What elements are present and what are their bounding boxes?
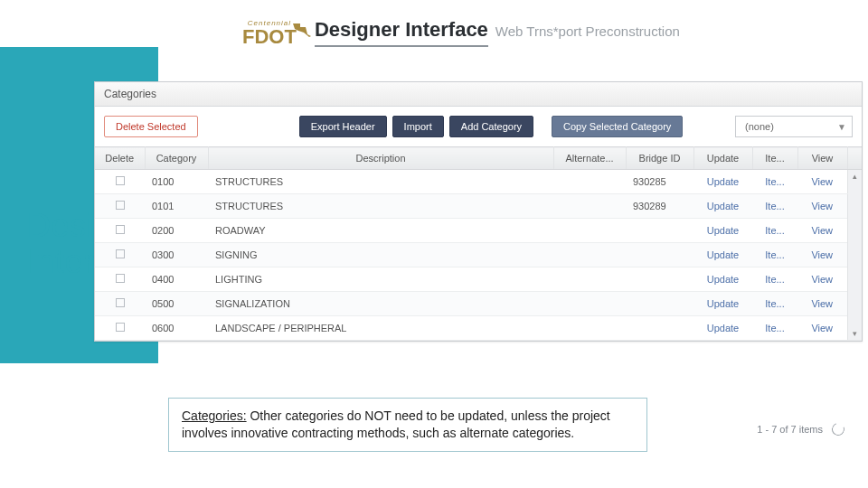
row-bridge-id: 930285	[626, 170, 693, 194]
row-view-link[interactable]: View	[811, 298, 833, 309]
row-category: 0600	[145, 316, 208, 341]
row-items-link[interactable]: Ite...	[765, 249, 784, 260]
row-view-link[interactable]: View	[811, 249, 833, 260]
row-view-link[interactable]: View	[811, 274, 833, 285]
fdot-logo: Centennial FDOT	[242, 19, 297, 47]
scroll-down-icon[interactable]: ▾	[848, 329, 863, 338]
table-row[interactable]: 0600LANDSCAPE / PERIPHERALUpdateIte...Vi…	[95, 316, 862, 341]
col-alternate[interactable]: Alternate...	[553, 147, 626, 170]
chevron-down-icon: ▼	[837, 122, 846, 132]
row-description: LANDSCAPE / PERIPHERAL	[208, 316, 553, 341]
row-category: 0400	[145, 267, 208, 292]
row-alternate	[553, 219, 626, 243]
export-header-button[interactable]: Export Header	[299, 116, 387, 137]
col-scroll	[847, 147, 862, 170]
row-bridge-id	[626, 292, 693, 316]
row-delete-checkbox[interactable]	[95, 219, 145, 243]
row-update-link[interactable]: Update	[707, 249, 739, 260]
add-category-button[interactable]: Add Category	[449, 116, 533, 137]
row-view-link[interactable]: View	[811, 323, 833, 333]
row-view-link[interactable]: View	[811, 201, 833, 211]
row-update-link[interactable]: Update	[707, 176, 739, 187]
page-header: Centennial FDOT Designer Interface Web T…	[242, 18, 680, 47]
categories-panel: Categories Delete Selected Export Header…	[94, 81, 863, 342]
row-bridge-id: 930289	[626, 194, 693, 219]
row-update-link[interactable]: Update	[707, 225, 739, 236]
row-update-link[interactable]: Update	[707, 298, 739, 309]
panel-title: Categories	[95, 82, 862, 107]
row-alternate	[553, 316, 626, 341]
row-category: 0101	[145, 194, 208, 219]
categories-table: Delete Category Description Alternate...…	[95, 146, 862, 341]
row-items-link[interactable]: Ite...	[765, 323, 784, 333]
row-bridge-id	[626, 219, 693, 243]
scroll-up-icon[interactable]: ▴	[848, 172, 863, 181]
row-description: SIGNING	[208, 243, 553, 267]
row-items-link[interactable]: Ite...	[765, 201, 784, 211]
row-items-link[interactable]: Ite...	[765, 176, 784, 187]
row-view-link[interactable]: View	[811, 176, 833, 187]
row-category: 0200	[145, 219, 208, 243]
row-view-link[interactable]: View	[811, 225, 833, 236]
row-description: LIGHTING	[208, 267, 553, 292]
row-alternate	[553, 170, 626, 194]
scrollbar[interactable]: ▴▾	[847, 170, 862, 341]
florida-icon	[291, 22, 315, 38]
col-category[interactable]: Category	[145, 147, 208, 170]
row-delete-checkbox[interactable]	[95, 292, 145, 316]
row-alternate	[553, 267, 626, 292]
row-category: 0100	[145, 170, 208, 194]
row-alternate	[553, 194, 626, 219]
copy-selected-category-button[interactable]: Copy Selected Category	[552, 116, 683, 137]
row-bridge-id	[626, 316, 693, 341]
categories-note: Categories: Other categories do NOT need…	[168, 398, 647, 452]
table-row[interactable]: 0200ROADWAYUpdateIte...View	[95, 219, 862, 243]
row-bridge-id	[626, 267, 693, 292]
row-description: ROADWAY	[208, 219, 553, 243]
page-title: Designer Interface	[315, 18, 488, 47]
pagination-status: 1 - 7 of 7 items	[757, 423, 844, 436]
page-subtitle: Web Trns*port Preconstruction	[495, 23, 680, 39]
col-description[interactable]: Description	[208, 147, 553, 170]
table-row[interactable]: 0300SIGNINGUpdateIte...View	[95, 243, 862, 267]
row-update-link[interactable]: Update	[707, 201, 739, 211]
row-delete-checkbox[interactable]	[95, 194, 145, 219]
col-bridge-id[interactable]: Bridge ID	[626, 147, 693, 170]
row-delete-checkbox[interactable]	[95, 267, 145, 292]
row-description: STRUCTURES	[208, 170, 553, 194]
item-count: 1 - 7 of 7 items	[757, 424, 823, 435]
row-alternate	[553, 243, 626, 267]
row-delete-checkbox[interactable]	[95, 316, 145, 341]
row-update-link[interactable]: Update	[707, 274, 739, 285]
table-row[interactable]: 0101STRUCTURES930289UpdateIte...View	[95, 194, 862, 219]
col-view[interactable]: View	[797, 147, 847, 170]
table-row[interactable]: 0500SIGNALIZATIONUpdateIte...View	[95, 292, 862, 316]
row-description: SIGNALIZATION	[208, 292, 553, 316]
table-header-row: Delete Category Description Alternate...…	[95, 147, 862, 170]
delete-selected-button[interactable]: Delete Selected	[104, 116, 198, 137]
row-category: 0300	[145, 243, 208, 267]
row-delete-checkbox[interactable]	[95, 243, 145, 267]
refresh-icon[interactable]	[830, 421, 847, 438]
row-items-link[interactable]: Ite...	[765, 225, 784, 236]
category-select-value: (none)	[745, 121, 774, 132]
row-delete-checkbox[interactable]	[95, 170, 145, 194]
category-select[interactable]: (none) ▼	[735, 116, 853, 137]
row-description: STRUCTURES	[208, 194, 553, 219]
row-alternate	[553, 292, 626, 316]
col-delete[interactable]: Delete	[95, 147, 145, 170]
logo-main-text: FDOT	[242, 27, 297, 47]
table-row[interactable]: 0100STRUCTURES930285UpdateIte...View▴▾	[95, 170, 862, 194]
row-bridge-id	[626, 243, 693, 267]
panel-toolbar: Delete Selected Export Header Import Add…	[95, 107, 862, 146]
table-row[interactable]: 0400LIGHTINGUpdateIte...View	[95, 267, 862, 292]
row-update-link[interactable]: Update	[707, 323, 739, 333]
col-update[interactable]: Update	[693, 147, 752, 170]
row-category: 0500	[145, 292, 208, 316]
import-button[interactable]: Import	[392, 116, 444, 137]
note-body: Other categories do NOT need to be updat…	[182, 408, 610, 440]
row-items-link[interactable]: Ite...	[765, 274, 784, 285]
note-label: Categories:	[182, 408, 247, 423]
row-items-link[interactable]: Ite...	[765, 298, 784, 309]
col-items[interactable]: Ite...	[752, 147, 797, 170]
